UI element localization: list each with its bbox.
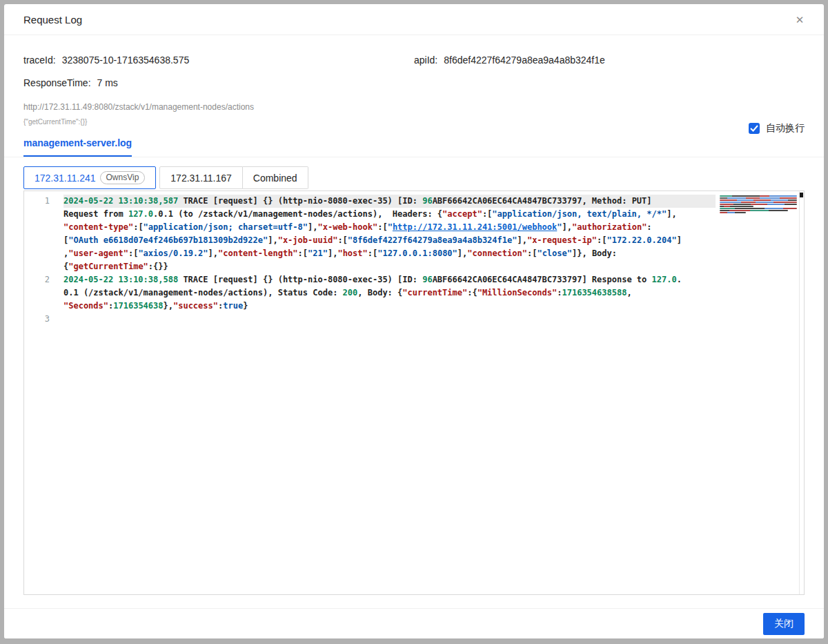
log-token-plain: :[: [527, 248, 537, 258]
trace-id-label: traceId:: [23, 55, 56, 66]
log-token-plain: TRACE [request] {} (http-nio-8080-exec-3…: [178, 275, 422, 284]
api-id-value: 8f6def4227f64279a8ea9a4a8b324f1e: [444, 55, 605, 66]
log-row: {"getCurrentTime":{}}: [63, 260, 716, 273]
response-time-label: ResponseTime:: [23, 77, 91, 88]
log-token-key: "user-agent": [68, 248, 128, 258]
log-token-plain: TRACE [request] {} (http-nio-8080-exec-3…: [178, 196, 422, 206]
log-token-str: ": [388, 222, 393, 232]
log-tabs: management-server.log: [4, 137, 824, 157]
log-token-key: "accept": [442, 209, 482, 219]
log-token-key: "connection": [467, 248, 527, 258]
log-token-plain: :[: [377, 222, 387, 232]
auto-wrap-label: 自动换行: [766, 122, 805, 135]
log-content: 12024-05-22 13:10:38,587 TRACE [request]…: [24, 195, 716, 326]
log-token-num: 96: [422, 196, 432, 206]
log-token-plain: ]: [677, 235, 682, 245]
log-token-str: "8f6def4227f64279a8ea9a4a8b324f1e": [348, 235, 518, 245]
response-time-value: 7 ms: [97, 77, 118, 88]
server-button-label: 172.31.11.241: [34, 173, 96, 184]
log-token-plain: 0.1 (/zstack/v1/management-nodes/actions…: [63, 288, 343, 297]
checkbox-checked-icon[interactable]: [749, 123, 760, 134]
log-token-key: "authorization": [572, 222, 647, 232]
log-token-plain: ],: [562, 222, 572, 232]
log-row: "Seconds":1716354638},"success":true}: [63, 300, 716, 313]
request-payload: {"getCurrentTime":{}}: [23, 118, 805, 126]
log-token-plain: ]}, Body:: [572, 248, 617, 258]
log-token-plain: ],: [268, 235, 277, 245]
log-token-plain: Request from: [63, 209, 128, 219]
dialog-title: Request Log: [23, 14, 82, 26]
log-token-plain: :: [647, 222, 651, 232]
server-button-label: Combined: [253, 173, 297, 184]
request-log-dialog: Request Log ✕ traceId: 3238075-10-171635…: [4, 4, 824, 638]
log-token-key: "host": [337, 248, 367, 258]
server-button-combined[interactable]: Combined: [243, 166, 308, 189]
minimap[interactable]: [720, 195, 797, 214]
log-token-plain: ABF66642CA06EC64CA4847BC733797] Response…: [433, 275, 652, 284]
api-id-row: apiId: 8f6def4227f64279a8ea9a4a8b324f1e: [414, 55, 805, 66]
log-row: 2024-05-22 13:10:38,588 TRACE [request] …: [63, 273, 716, 286]
log-token-key: "MillionSeconds": [477, 288, 558, 297]
request-info-section: traceId: 3238075-10-1716354638.575 apiId…: [4, 35, 824, 126]
log-scrollbar[interactable]: [799, 191, 804, 594]
log-token-key: "Seconds": [63, 301, 108, 311]
log-token-ts: 2024-05-22 13:10:38,588: [63, 275, 178, 284]
log-token-plain: ],: [208, 248, 218, 258]
log-token-bool: true: [223, 301, 243, 311]
check-icon: [750, 125, 758, 132]
log-token-plain: :[: [337, 235, 347, 245]
log-token-key: "x-job-uuid": [278, 235, 338, 245]
log-token-str: "OAuth e6618d07e4f246b697b181309b2d922e": [68, 235, 268, 245]
response-time-row: ResponseTime: 7 ms: [23, 77, 805, 88]
server-button-241[interactable]: 172.31.11.241 OwnsVip: [23, 166, 156, 189]
log-token-plain: :{: [467, 288, 477, 297]
close-button[interactable]: 关闭: [763, 613, 805, 635]
log-token-key: "currentTime": [402, 288, 467, 297]
log-row: Request from 127.0.0.1 (to /zstack/v1/ma…: [63, 208, 716, 221]
server-button-167[interactable]: 172.31.11.167: [159, 166, 243, 189]
log-token-key: "content-type": [63, 222, 133, 232]
log-line: 12024-05-22 13:10:38,587 TRACE [request]…: [24, 195, 716, 273]
log-token-plain: .0.1 (to /zstack/v1/management-nodes/act…: [153, 209, 442, 219]
log-token-plain: , Body: {: [357, 288, 402, 297]
log-token-plain: ],: [517, 235, 526, 245]
request-url: http://172.31.11.49:8080/zstack/v1/manag…: [23, 102, 805, 112]
tab-management-server-log[interactable]: management-server.log: [23, 137, 132, 157]
log-token-str: ": [557, 222, 562, 232]
log-token-str: "axios/0.19.2": [138, 248, 208, 258]
log-token-plain: .: [677, 275, 682, 284]
line-number: 2: [24, 273, 63, 313]
log-token-plain: ,: [627, 288, 631, 297]
log-row: "content-type":["application/json; chars…: [63, 221, 716, 234]
log-token-num: 127.0: [128, 209, 153, 219]
server-button-label: 172.31.11.167: [170, 173, 232, 184]
trace-id-row: traceId: 3238075-10-1716354638.575: [23, 55, 414, 66]
log-token-str: "application/json; charset=utf-8": [144, 222, 308, 232]
log-token-str: "21": [308, 248, 328, 258]
log-viewer[interactable]: 12024-05-22 13:10:38,587 TRACE [request]…: [23, 191, 805, 595]
log-token-num: 96: [422, 275, 432, 284]
log-token-num: 200: [343, 288, 358, 297]
log-row: 2024-05-22 13:10:38,587 TRACE [request] …: [63, 195, 716, 208]
log-token-key: "x-request-ip": [527, 235, 597, 245]
log-line: 3: [24, 313, 716, 326]
log-token-plain: :[: [298, 248, 308, 258]
log-token-num: 127.0: [652, 275, 677, 284]
log-scrollbar-thumb[interactable]: [800, 193, 803, 197]
log-token-plain: :[: [128, 248, 138, 258]
log-token-key: "getCurrentTime": [68, 262, 148, 271]
log-token-plain: ],: [457, 248, 467, 258]
log-token-str: "close": [537, 248, 572, 258]
log-token-plain: :: [557, 288, 562, 297]
line-number: 3: [24, 313, 63, 326]
log-row: ["OAuth e6618d07e4f246b697b181309b2d922e…: [63, 234, 716, 247]
auto-wrap-checkbox[interactable]: 自动换行: [749, 122, 805, 135]
trace-id-value: 3238075-10-1716354638.575: [62, 55, 190, 66]
dialog-footer: 关闭: [4, 608, 824, 638]
dialog-header: Request Log ✕: [4, 4, 824, 35]
log-token-plain: :{}}: [148, 262, 168, 271]
close-icon[interactable]: ✕: [792, 12, 807, 28]
server-selector: 172.31.11.241 OwnsVip 172.31.11.167 Comb…: [23, 166, 805, 189]
log-token-plain: :[: [133, 222, 143, 232]
log-token-plain: ],: [667, 209, 676, 219]
